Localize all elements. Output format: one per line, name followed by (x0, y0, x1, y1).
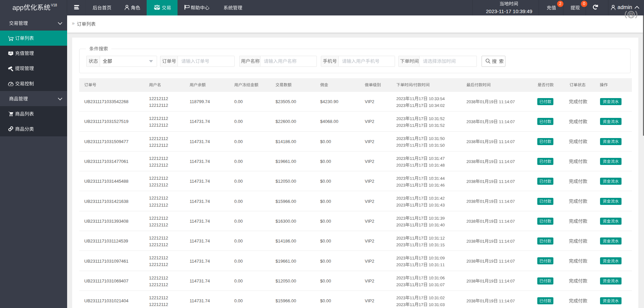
svg-text:R: R (629, 12, 633, 18)
